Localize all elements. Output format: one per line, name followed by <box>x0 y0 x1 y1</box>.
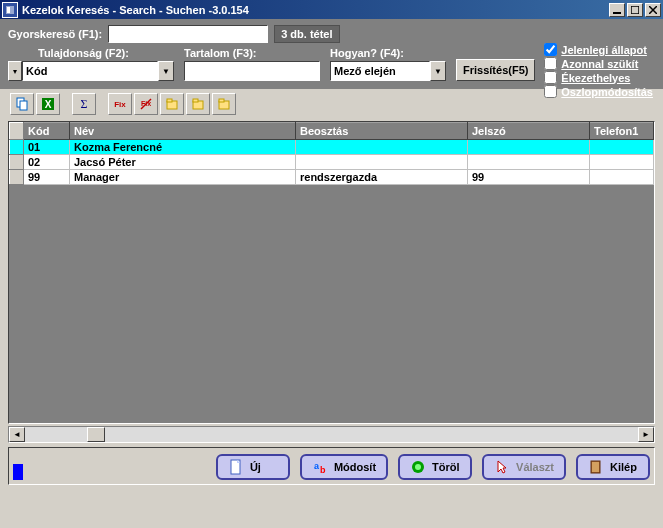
header-beosztas[interactable]: Beosztás <box>296 123 468 140</box>
refresh-button[interactable]: Frissítés(F5) <box>456 59 535 81</box>
window-title: Kezelok Keresés - Search - Suchen -3.0.1… <box>22 4 249 16</box>
filter-bar: Gyorskeresö (F1): 3 db. tétel Tulajdonsá… <box>0 19 663 89</box>
quicksearch-label: Gyorskeresö (F1): <box>8 28 102 40</box>
cell[interactable] <box>590 155 654 170</box>
header-telefon1[interactable]: Telefon1 <box>590 123 654 140</box>
scroll-track[interactable] <box>25 427 638 442</box>
row-header[interactable] <box>10 140 24 155</box>
svg-rect-26 <box>592 462 599 472</box>
fix-button[interactable]: Fix <box>108 93 132 115</box>
minimize-button[interactable] <box>609 3 625 17</box>
chevron-down-icon[interactable]: ▼ <box>158 61 174 81</box>
cell[interactable] <box>590 170 654 185</box>
hogyan-combo[interactable]: ▼ <box>330 61 446 81</box>
header-kod[interactable]: Kód <box>24 123 70 140</box>
scroll-left-icon[interactable]: ◄ <box>9 427 25 442</box>
header-jelszo[interactable]: Jelszó <box>468 123 590 140</box>
folder2-button[interactable] <box>186 93 210 115</box>
maximize-button[interactable] <box>627 3 643 17</box>
cell[interactable] <box>296 155 468 170</box>
hogyan-label: Hogyan? (F4): <box>330 47 446 59</box>
corner-header <box>10 123 24 140</box>
oszlop-checkbox[interactable]: Oszlopmódosítás <box>544 85 653 98</box>
cell[interactable] <box>590 140 654 155</box>
quicksearch-input[interactable] <box>108 25 268 43</box>
tulajdonsag-combo[interactable]: ▾ ▼ <box>8 61 174 81</box>
cell[interactable]: 99 <box>468 170 590 185</box>
tartalom-label: Tartalom (F3): <box>184 47 320 59</box>
svg-rect-7 <box>20 101 27 110</box>
cell[interactable] <box>468 155 590 170</box>
horizontal-scrollbar[interactable]: ◄ ► <box>8 426 655 443</box>
scroll-right-icon[interactable]: ► <box>638 427 654 442</box>
combo-prev-icon[interactable]: ▾ <box>8 61 22 81</box>
table-row[interactable]: 02Jacsó Péter <box>10 155 654 170</box>
table-row[interactable]: 99Managerrendszergazda99 <box>10 170 654 185</box>
tulajdonsag-label: Tulajdonság (F2): <box>38 47 174 59</box>
modify-button[interactable]: ab Módosít <box>300 454 388 480</box>
cell[interactable] <box>296 140 468 155</box>
exit-icon <box>588 459 604 475</box>
copy-button[interactable] <box>10 93 34 115</box>
sum-button[interactable]: Σ <box>72 93 96 115</box>
row-header[interactable] <box>10 170 24 185</box>
cell[interactable]: 99 <box>24 170 70 185</box>
svg-text:b: b <box>320 465 326 475</box>
ekezet-checkbox[interactable]: Ékezethelyes <box>544 71 653 84</box>
cell[interactable] <box>468 140 590 155</box>
excel-button[interactable]: X <box>36 93 60 115</box>
close-button[interactable] <box>645 3 661 17</box>
cursor-icon <box>494 459 510 475</box>
delete-button[interactable]: Töröl <box>398 454 472 480</box>
svg-rect-19 <box>219 99 224 102</box>
record-count: 3 db. tétel <box>274 25 339 43</box>
delete-icon <box>410 459 426 475</box>
unfix-button[interactable]: Fix <box>134 93 158 115</box>
svg-rect-2 <box>613 12 621 14</box>
svg-text:X: X <box>45 99 52 110</box>
folder1-button[interactable] <box>160 93 184 115</box>
jelenlegi-checkbox[interactable]: Jelenlegi állapot <box>544 43 653 56</box>
svg-text:Fix: Fix <box>114 100 126 109</box>
app-icon <box>2 2 18 18</box>
chevron-down-icon[interactable]: ▼ <box>430 61 446 81</box>
tulajdonsag-input[interactable] <box>22 61 158 81</box>
svg-rect-1 <box>7 7 10 13</box>
exit-button[interactable]: Kilép <box>576 454 650 480</box>
svg-rect-17 <box>193 99 198 102</box>
cell[interactable]: 02 <box>24 155 70 170</box>
cell[interactable]: rendszergazda <box>296 170 468 185</box>
svg-point-24 <box>415 464 421 470</box>
cell[interactable]: Jacsó Péter <box>70 155 296 170</box>
folder3-button[interactable] <box>212 93 236 115</box>
row-header[interactable] <box>10 155 24 170</box>
new-button[interactable]: Új <box>216 454 290 480</box>
progress-indicator <box>13 464 23 480</box>
svg-rect-15 <box>167 99 172 102</box>
options-panel: Jelenlegi állapot Azonnal szükít Ékezeth… <box>544 43 653 99</box>
document-icon <box>228 459 244 475</box>
select-button[interactable]: Választ <box>482 454 566 480</box>
table-row[interactable]: 01Kozma Ferencné <box>10 140 654 155</box>
hogyan-input[interactable] <box>330 61 430 81</box>
header-nev[interactable]: Név <box>70 123 296 140</box>
cell[interactable]: Manager <box>70 170 296 185</box>
azonnal-checkbox[interactable]: Azonnal szükít <box>544 57 653 70</box>
svg-text:Σ: Σ <box>81 97 88 111</box>
cell[interactable]: Kozma Ferencné <box>70 140 296 155</box>
title-bar: Kezelok Keresés - Search - Suchen -3.0.1… <box>0 0 663 19</box>
svg-rect-3 <box>631 6 639 14</box>
tartalom-input[interactable] <box>184 61 320 81</box>
scroll-thumb[interactable] <box>87 427 105 442</box>
button-bar: Új ab Módosít Töröl Választ Kilép <box>8 447 655 485</box>
data-grid[interactable]: Kód Név Beosztás Jelszó Telefon1 01Kozma… <box>8 121 655 424</box>
cell[interactable]: 01 <box>24 140 70 155</box>
edit-icon: ab <box>312 459 328 475</box>
